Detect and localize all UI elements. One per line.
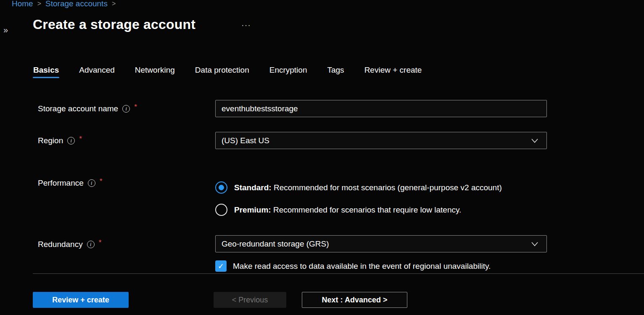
radio-selected-icon <box>215 181 227 194</box>
required-asterisk: * <box>100 177 103 186</box>
performance-label: Performance i * <box>38 178 102 188</box>
info-icon[interactable]: i <box>122 105 130 113</box>
redundancy-label-text: Redundancy <box>38 240 83 249</box>
breadcrumb: Home > Storage accounts > <box>12 0 116 8</box>
info-icon[interactable]: i <box>87 241 95 248</box>
storage-account-name-label: Storage account name i * <box>38 104 137 113</box>
storage-account-name-label-text: Storage account name <box>38 104 118 113</box>
checkbox-checked-icon[interactable]: ✓ <box>215 260 227 272</box>
breadcrumb-separator-icon: > <box>112 0 116 8</box>
radio-unselected-icon <box>215 204 227 216</box>
footer-divider <box>33 273 644 274</box>
more-options-icon[interactable]: ··· <box>241 20 251 30</box>
performance-standard-label: Standard: Recommended for most scenarios… <box>234 183 502 192</box>
expand-sidebar-icon[interactable]: » <box>3 25 8 35</box>
tab-encryption[interactable]: Encryption <box>269 64 308 81</box>
required-asterisk: * <box>99 239 102 247</box>
region-select[interactable]: (US) East US <box>215 132 547 149</box>
tab-review-create[interactable]: Review + create <box>364 64 422 81</box>
region-label: Region i * <box>38 136 82 145</box>
previous-button[interactable]: < Previous <box>214 292 286 308</box>
chevron-down-icon <box>531 240 539 248</box>
tab-tags[interactable]: Tags <box>327 64 344 81</box>
info-icon[interactable]: i <box>67 137 75 144</box>
redundancy-select[interactable]: Geo-redundant storage (GRS) <box>215 235 547 252</box>
info-icon[interactable]: i <box>88 179 95 187</box>
wizard-tabs: Basics Advanced Networking Data protecti… <box>33 64 422 81</box>
required-asterisk: * <box>79 135 82 143</box>
region-label-text: Region <box>38 136 63 145</box>
performance-premium-radio[interactable]: Premium: Recommended for scenarios that … <box>215 204 547 216</box>
redundancy-selected-value: Geo-redundant storage (GRS) <box>222 239 329 249</box>
region-selected-value: (US) East US <box>222 136 269 145</box>
storage-account-name-input[interactable] <box>215 100 547 117</box>
read-access-checkbox-row[interactable]: ✓ Make read access to data available in … <box>215 260 547 272</box>
create-storage-account-page: Home > Storage accounts > » Create a sto… <box>0 0 644 315</box>
page-title: Create a storage account <box>33 17 195 32</box>
read-access-checkbox-label: Make read access to data available in th… <box>233 262 491 271</box>
next-advanced-button[interactable]: Next : Advanced > <box>302 292 407 308</box>
performance-standard-radio[interactable]: Standard: Recommended for most scenarios… <box>215 181 547 194</box>
required-asterisk: * <box>134 103 137 111</box>
performance-premium-label: Premium: Recommended for scenarios that … <box>234 205 461 215</box>
tab-advanced[interactable]: Advanced <box>79 64 115 81</box>
performance-label-text: Performance <box>38 178 84 188</box>
breadcrumb-home-link[interactable]: Home <box>12 0 33 8</box>
breadcrumb-separator-icon: > <box>37 0 41 8</box>
tab-data-protection[interactable]: Data protection <box>195 64 250 81</box>
review-create-button[interactable]: Review + create <box>33 292 129 308</box>
tab-networking[interactable]: Networking <box>135 64 175 81</box>
breadcrumb-storage-accounts-link[interactable]: Storage accounts <box>45 0 108 8</box>
chevron-down-icon <box>531 136 539 145</box>
redundancy-label: Redundancy i * <box>38 240 101 249</box>
tab-basics[interactable]: Basics <box>33 64 59 81</box>
